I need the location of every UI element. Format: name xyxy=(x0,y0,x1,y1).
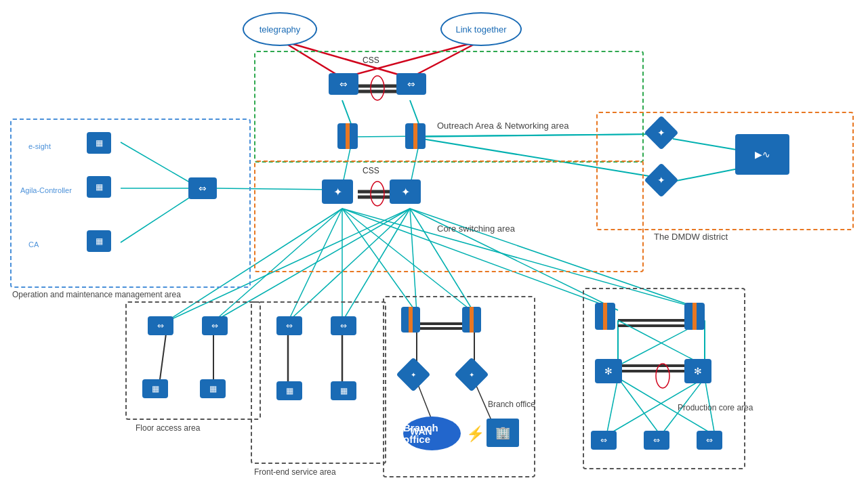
branch-office-icon: 🏢 xyxy=(487,419,519,447)
prod-switch-icon xyxy=(595,303,615,330)
server-icon: ▦ xyxy=(200,379,226,398)
switch-icon: ⇔ xyxy=(276,316,302,335)
dmdw-area-label: The DMDW district xyxy=(654,232,728,242)
server-icon: ▦ xyxy=(331,381,356,400)
dmdw-area-box xyxy=(596,112,854,230)
device-icon: ▶∿ xyxy=(735,134,789,175)
dist-switch-icon xyxy=(337,123,358,149)
prod-sw-top-1 xyxy=(595,303,615,330)
branch-switch-icon xyxy=(462,307,481,333)
branch-area-label: Branch office xyxy=(488,400,535,409)
outreach-node-2: ✦ xyxy=(649,168,674,192)
frontend-server-2: ▦ xyxy=(331,381,356,400)
frontend-server-1: ▦ xyxy=(276,381,302,400)
floor-server-1: ▦ xyxy=(142,379,168,398)
diamond-icon: ✦ xyxy=(396,358,431,392)
floor-sw-1: ⇔ xyxy=(148,316,173,335)
css-top-label: CSS xyxy=(363,56,379,65)
frontend-area-label: Front-end service area xyxy=(254,467,336,477)
telegraphy-node[interactable]: telegraphy xyxy=(243,12,317,46)
om-mgmt-area-label: Operation and maintenance management are… xyxy=(12,290,181,299)
link-together-node[interactable]: Link together xyxy=(440,12,522,46)
outreach-node-1: ✦ xyxy=(649,121,674,145)
switch-icon: ⇔ xyxy=(331,316,356,335)
switch-icon: ⇔ xyxy=(329,73,358,95)
top-switch-1: ⇔ xyxy=(329,73,358,95)
branch-node-1: ✦ xyxy=(401,362,426,387)
core-switching-area-box xyxy=(254,161,644,272)
branch-sw-2 xyxy=(462,307,481,333)
diamond-switch-icon: ✦ xyxy=(644,163,679,198)
om-switch: ⇔ xyxy=(188,177,217,199)
diamond-switch-icon: ✦ xyxy=(644,116,679,150)
frontend-sw-2: ⇔ xyxy=(331,316,356,335)
prod-sw-top-2 xyxy=(684,303,705,330)
prod-bot-1: ⇔ xyxy=(591,431,617,450)
prod-bot-2: ⇔ xyxy=(644,431,669,450)
lightning-icon: ⚡ xyxy=(466,425,484,443)
switch-icon: ⇔ xyxy=(591,431,617,450)
dist-switch-2 xyxy=(405,123,426,149)
frontend-area-box xyxy=(251,301,386,464)
server-icon: ▦ xyxy=(142,379,168,398)
switch-icon: ✦ xyxy=(322,179,353,204)
prod-switch-icon xyxy=(684,303,705,330)
branch-sw-1 xyxy=(401,307,420,333)
switch-icon: ⇔ xyxy=(188,177,217,199)
server-icon: ▦ xyxy=(276,381,302,400)
switch-icon: ⇔ xyxy=(396,73,426,95)
switch-icon: ⇔ xyxy=(697,431,722,450)
production-area-label: Production core area xyxy=(678,403,753,412)
server-icon: ▦ xyxy=(87,132,111,154)
core-switch-mid-2: ✦ xyxy=(390,179,421,204)
esight-icon-node: ▦ xyxy=(87,132,111,154)
prod-mid-2: ✻ xyxy=(684,359,711,383)
floor-sw-2: ⇔ xyxy=(202,316,228,335)
dmdw-device: ▶∿ xyxy=(735,134,789,175)
dist-switch-icon xyxy=(405,123,426,149)
wan-label: WAN xyxy=(410,426,432,437)
ca-label: CA xyxy=(28,240,39,249)
ca-icon-node: ▦ xyxy=(87,230,111,252)
cross-switch-icon: ✻ xyxy=(595,359,622,383)
prod-mid-1: ✻ xyxy=(595,359,622,383)
switch-icon: ⇔ xyxy=(644,431,669,450)
top-switch-2: ⇔ xyxy=(396,73,426,95)
core-switch-mid-1: ✦ xyxy=(322,179,353,204)
dist-switch-1 xyxy=(337,123,358,149)
esight-label: e-sight xyxy=(28,142,51,150)
outreach-area-box xyxy=(254,51,644,163)
switch-icon: ⇔ xyxy=(148,316,173,335)
server-icon: ▦ xyxy=(87,176,111,198)
prod-bot-3: ⇔ xyxy=(697,431,722,450)
switch-icon: ✦ xyxy=(390,179,421,204)
agila-icon-node: ▦ xyxy=(87,176,111,198)
branch-node-2: ✦ xyxy=(459,362,484,387)
css-mid-label: CSS xyxy=(363,166,379,175)
cross-switch-icon: ✻ xyxy=(684,359,711,383)
outreach-area-label: Outreach Area & Networking area xyxy=(437,121,569,131)
switch-icon: ⇔ xyxy=(202,316,228,335)
agila-label: Agila-Controller xyxy=(20,186,72,194)
diamond-icon: ✦ xyxy=(455,358,489,392)
floor-access-area-box xyxy=(125,301,261,420)
frontend-sw-1: ⇔ xyxy=(276,316,302,335)
server-icon: ▦ xyxy=(87,230,111,252)
core-switching-area-label: Core switching area xyxy=(437,223,515,234)
floor-access-label: Floor access area xyxy=(136,423,200,433)
branch-switch-icon xyxy=(401,307,420,333)
floor-server-2: ▦ xyxy=(200,379,226,398)
